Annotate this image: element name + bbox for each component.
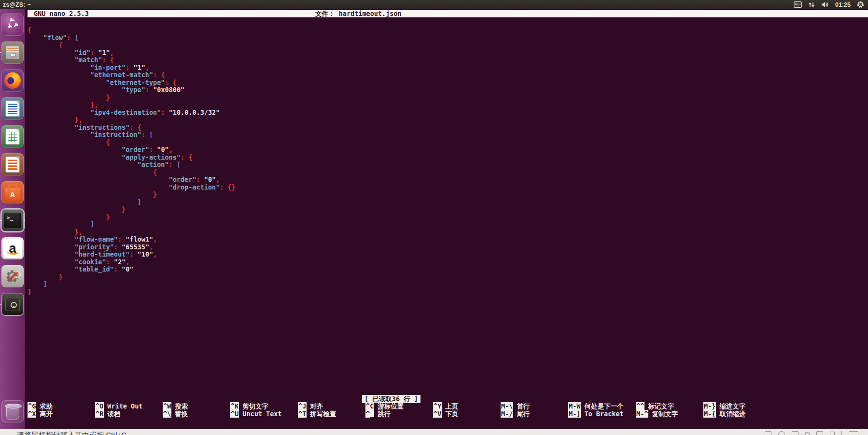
settings-gear-wrench-icon — [3, 267, 22, 286]
software-center-bag-icon: A — [5, 188, 20, 201]
code-line: "order": "0", — [28, 176, 868, 184]
code-line: "priority": "65535", — [28, 244, 868, 251]
launcher-item-trash[interactable] — [1, 400, 24, 422]
shortcut-label: 取消缩进 — [719, 410, 745, 418]
nano-shortcut-^G: ^G求助 — [28, 403, 95, 410]
code-line: "in-port": "1", — [28, 64, 868, 72]
nano-shortcut-^J: ^J对齐 — [298, 403, 365, 410]
shortcut-label: 跳行 — [378, 410, 391, 418]
shortcut-label: 缩进文字 — [719, 402, 745, 410]
shortcut-label: 上页 — [445, 402, 458, 410]
ubuntu-logo-icon — [6, 17, 19, 32]
launcher-item-libreoffice-impress[interactable] — [1, 153, 24, 176]
shortcut-label: 首行 — [517, 402, 530, 410]
shortcut-key: M-} — [703, 402, 716, 410]
nano-shortcut-^K: ^K剪切文字 — [230, 403, 298, 410]
running-indicator — [0, 218, 1, 222]
shortcut-label: 离开 — [40, 410, 53, 418]
launcher-item-system-settings[interactable] — [1, 265, 24, 287]
safe-vault-icon — [5, 298, 20, 311]
toolbar-icon[interactable] — [778, 431, 785, 435]
shortcut-key: M-] — [568, 410, 581, 418]
helper-message: 请将鼠标指针移入其中或按 Ctrl+C — [17, 431, 126, 435]
sync-arrows-icon[interactable] — [808, 1, 815, 8]
code-line: } — [28, 273, 868, 281]
toolbar-icon[interactable] — [792, 431, 798, 435]
toolbar-icon[interactable] — [816, 431, 823, 435]
keyboard-indicator-icon[interactable] — [794, 1, 802, 8]
terminal-icon: >_ — [4, 213, 21, 228]
shortcut-label: Write Out — [107, 402, 142, 410]
volume-icon[interactable] — [821, 1, 829, 8]
code-line: }, — [28, 229, 868, 236]
shortcut-label: 剪切文字 — [242, 402, 268, 410]
launcher-item-dash[interactable] — [1, 14, 24, 36]
terminal-window[interactable]: GNU nano 2.5.3 文件： hardtimeout.json { "f… — [25, 9, 868, 429]
nano-shortcut-^_: ^_跳行 — [365, 410, 433, 418]
shortcut-label: 下页 — [445, 410, 458, 418]
code-line: "instruction": [ — [28, 131, 868, 139]
code-line: "instructions": { — [28, 124, 868, 132]
toolbar-divider — [841, 431, 842, 435]
code-line: }, — [28, 101, 868, 109]
nano-shortcut-^C: ^C游标位置 — [365, 403, 433, 410]
code-line: ] — [28, 199, 868, 206]
shortcut-key: M-/ — [501, 410, 513, 418]
toolbar-icon[interactable] — [849, 431, 858, 435]
launcher-item-files[interactable] — [1, 41, 24, 64]
nano-shortcut-M-\: M-\首行 — [501, 403, 568, 410]
code-line: }, — [28, 116, 868, 124]
shortcut-key: M-\ — [501, 402, 513, 410]
nano-shortcut-M-W: M-W何处是下一个 — [568, 403, 636, 410]
toolbar-icon[interactable] — [830, 432, 835, 435]
nano-titlebar: GNU nano 2.5.3 文件： hardtimeout.json — [28, 10, 868, 17]
code-line: ] — [28, 281, 868, 288]
shortcut-label: 搜索 — [175, 402, 188, 410]
shortcut-key: ^Y — [433, 402, 442, 410]
code-line: "flow-name": "flow1", — [28, 236, 868, 244]
toolbar-icon[interactable] — [805, 432, 810, 435]
code-line: "table_id": "0" — [28, 266, 868, 273]
shortcut-label: 求助 — [40, 402, 53, 410]
launcher-item-terminal[interactable]: >_ — [1, 209, 24, 231]
nano-shortcut-^V: ^V下页 — [433, 410, 501, 418]
shortcut-key: ^_ — [365, 410, 374, 418]
shortcut-key: ^\ — [163, 410, 171, 418]
nano-shortcut-^R: ^R读档 — [95, 410, 163, 418]
nano-version-label: GNU nano 2.5.3 — [28, 10, 89, 17]
nano-file-title: 文件： hardtimeout.json — [315, 10, 402, 17]
launcher-item-libreoffice-calc[interactable] — [1, 125, 24, 148]
launcher-item-amazon[interactable]: a — [1, 237, 24, 259]
code-line: } — [28, 191, 868, 199]
nano-shortcut-^U: ^UUncut Text — [230, 410, 298, 418]
clipped-toolbar-icons — [765, 431, 858, 435]
unity-launcher: A >_ a — [0, 9, 25, 429]
launcher-item-ubuntu-software[interactable]: A — [1, 181, 24, 204]
shortcut-key: M-{ — [703, 410, 716, 418]
launcher-item-libreoffice-writer[interactable] — [1, 97, 24, 120]
code-line: { — [28, 27, 868, 34]
nano-buffer[interactable]: { "flow": [ { "id": "1", "match": { "in-… — [28, 17, 868, 296]
nano-shortcut-bar: ^G求助^OWrite Out^W搜索^K剪切文字^J对齐^C游标位置^Y上页M… — [28, 403, 771, 418]
code-line: } — [28, 214, 868, 221]
nano-shortcut-^T: ^T拼写检查 — [298, 410, 365, 418]
launcher-item-firefox[interactable] — [1, 69, 24, 92]
launcher-item-vault[interactable] — [1, 293, 24, 315]
shortcut-key: ^W — [163, 402, 171, 410]
shortcut-key: ^U — [230, 410, 239, 418]
code-line: "match": { — [28, 56, 868, 64]
clock[interactable]: 01:25 — [835, 1, 851, 8]
running-indicator — [0, 302, 1, 306]
shortcut-key: ^G — [28, 402, 36, 410]
top-panel: zs@ZS: ~ 01:25 — [0, 0, 868, 9]
shortcut-key: ^C — [365, 402, 374, 410]
system-tray: 01:25 — [794, 1, 868, 8]
code-line: "flow": [ — [28, 34, 868, 42]
nano-shortcut-M-]: M-]To Bracket — [568, 410, 636, 418]
code-line: "apply-actions": { — [28, 154, 868, 162]
writer-document-icon — [5, 100, 20, 117]
nano-shortcut-M-}: M-}缩进文字 — [703, 403, 771, 410]
session-gear-icon[interactable] — [857, 1, 864, 8]
toolbar-icon[interactable] — [765, 431, 771, 435]
shortcut-label: 拼写检查 — [310, 410, 336, 418]
